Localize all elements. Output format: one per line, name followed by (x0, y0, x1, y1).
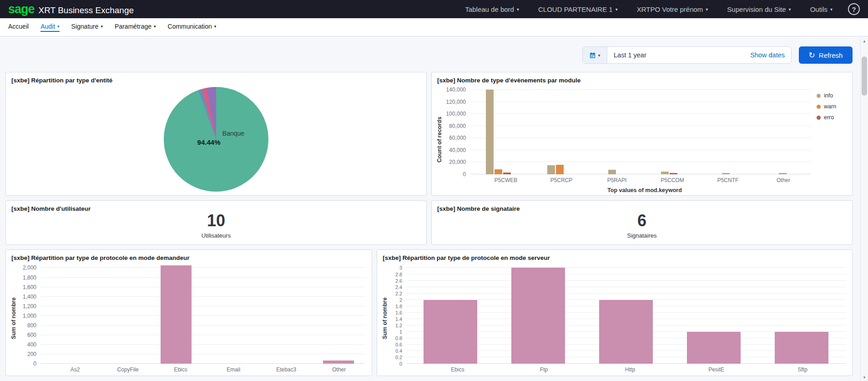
show-dates-button[interactable]: Show dates (744, 47, 791, 63)
panel-protocole-serveur: [sxbe] Répartition par type de protocole… (377, 249, 853, 376)
bar-p5cweb-warn[interactable] (495, 169, 502, 174)
product-title: XRT Business Exchange (39, 5, 134, 15)
nav-item-param-trage[interactable]: Paramétrage▾ (115, 23, 156, 32)
bar-other-info[interactable] (779, 173, 787, 174)
y-tick-label: 1 (399, 329, 402, 335)
y-tick-label: 2 (399, 297, 402, 303)
bar-group-http (582, 264, 670, 364)
refresh-button[interactable]: ↻ Refresh (799, 46, 853, 64)
y-tick-label: 0.8 (395, 335, 402, 341)
brand: sage XRT Business Exchange (8, 3, 134, 15)
y-tick-label: 0 (463, 171, 466, 178)
legend-label: info (824, 92, 833, 99)
chevron-down-icon: ▾ (214, 24, 217, 29)
topbar-menu-outils[interactable]: Outils▾ (810, 5, 833, 13)
dashboard-row-1: [sxbe] Répartition par type d'entité Ban… (5, 72, 853, 196)
x-tick-label: P5RAPI (589, 174, 645, 183)
y-tick-label: 0.6 (395, 342, 402, 347)
topbar-menu-tableau-de-bord[interactable]: Tableau de bord▾ (465, 5, 519, 13)
bar-p5crcp-warn[interactable] (556, 165, 564, 174)
legend-label: warn (824, 103, 836, 110)
scrollbar-thumb[interactable] (862, 56, 867, 96)
bar-group-p5rapi (584, 86, 641, 174)
legend-item-info[interactable]: info (817, 92, 848, 99)
bar-p5ccom-erro[interactable] (670, 173, 677, 174)
x-tick-label: Ftp (501, 364, 587, 373)
legend-item-warn[interactable]: warn (817, 103, 848, 110)
chart-body: 02004006008001,0001,2001,4001,6001,8002,… (19, 264, 365, 373)
nav-item-label: Audit (40, 23, 55, 30)
metric: 6 Signataires (432, 201, 852, 244)
bar-p5cweb-info[interactable] (486, 90, 494, 174)
help-button[interactable]: ? (848, 3, 860, 15)
y-tick-label: 1.4 (395, 316, 402, 322)
topbar-menu-supervision-du-site[interactable]: Supervision du Site▾ (727, 5, 791, 13)
quick-select-button[interactable]: ▾ (583, 47, 607, 63)
bar-group-as2 (40, 264, 95, 364)
nav-item-accueil[interactable]: Accueil (8, 23, 29, 32)
date-range-value[interactable]: Last 1 year (607, 47, 744, 63)
nav-item-label: Signature (71, 23, 99, 30)
panel-signers-count: [sxbe] Nombre de signataire 6 Signataire… (431, 200, 853, 245)
scrollbar-down-arrow[interactable]: ▼ (861, 374, 868, 381)
bar-http-nombre[interactable] (599, 300, 653, 364)
y-tick-label: 600 (27, 332, 36, 338)
chevron-down-icon: ▾ (154, 24, 156, 29)
bar-ebics-nombre[interactable] (161, 265, 192, 364)
x-axis: As2CopyFileEbicsEmailEtebac3Other (49, 364, 365, 373)
bar-p5cntf-info[interactable] (722, 173, 730, 174)
plot-area (40, 264, 365, 364)
bar-group-sftp (758, 264, 846, 364)
pie-slice-value: 94.44% (197, 138, 221, 146)
y-tick-label: 200 (27, 351, 36, 357)
topbar-menus: Tableau de bord▾CLOUD PARTENAIRE 1▾XRTPO… (465, 5, 833, 13)
dashboard-content: ▾ Last 1 year Show dates ↻ Refresh [sxbe… (0, 36, 868, 381)
bar-p5rapi-info[interactable] (608, 170, 616, 174)
metric-value: 6 (637, 213, 646, 229)
topbar-menu-cloud-partenaire-1[interactable]: CLOUD PARTENAIRE 1▾ (538, 5, 618, 13)
panel-protocole-demandeur: [sxbe] Répartition par type de protocole… (5, 249, 372, 376)
bar-other-nombre[interactable] (323, 361, 354, 364)
x-axis-title: Top values of mod.keyword (478, 183, 811, 193)
vertical-scrollbar[interactable]: ▲ ▼ (860, 37, 868, 381)
bar-p5cweb-erro[interactable] (503, 173, 511, 174)
x-tick-label: P5CCOM (645, 174, 700, 183)
bar-chart: Sum of nombre 00.20.40.60.811.21.41.61.8… (382, 264, 846, 373)
bar-group-etebac3 (257, 264, 311, 364)
scrollbar-up-arrow[interactable]: ▲ (861, 37, 868, 45)
y-axis-title: Count of records (436, 86, 444, 193)
y-tick-label: 2.2 (395, 291, 402, 296)
legend-item-erro[interactable]: erro (817, 114, 848, 121)
metric: 10 Utilisateurs (6, 201, 426, 244)
x-tick-label: P5CNTF (700, 174, 756, 183)
date-range-picker: ▾ Last 1 year Show dates (582, 46, 792, 64)
bar-ebics-nombre[interactable] (424, 300, 477, 364)
y-tick-label: 60,000 (449, 135, 466, 141)
panel-users-count: [sxbe] Nombre d'utilisateur 10 Utilisate… (5, 200, 427, 245)
plot-area (470, 86, 811, 174)
nav-item-audit[interactable]: Audit▾ (40, 23, 59, 32)
chevron-down-icon: ▾ (830, 7, 833, 12)
bar-sftp-nombre[interactable] (775, 332, 828, 364)
bar-p5crcp-info[interactable] (547, 165, 555, 174)
y-axis: 00.20.40.60.811.21.41.61.822.22.42.62.83 (390, 264, 406, 364)
bar-groups (406, 264, 846, 364)
y-tick-label: 0.4 (395, 348, 402, 354)
bar-p5ccom-info[interactable] (661, 172, 669, 174)
x-tick-label: As2 (49, 364, 101, 373)
topbar-menu-label: XRTPO Votre prénom (637, 5, 703, 13)
topbar-menu-xrtpo-votre-pr-nom[interactable]: XRTPO Votre prénom▾ (637, 5, 708, 13)
plot-area (406, 264, 846, 364)
y-tick-label: 2.4 (395, 284, 402, 290)
nav-item-signature[interactable]: Signature▾ (71, 23, 103, 32)
y-tick-label: 100,000 (446, 111, 466, 117)
y-tick-label: 2.6 (395, 278, 402, 284)
bar-ftp-nombre[interactable] (511, 268, 565, 364)
chevron-down-icon: ▾ (598, 53, 600, 58)
bar-pesite-nombre[interactable] (687, 332, 741, 364)
legend-dot (817, 105, 821, 109)
y-tick-label: 1,000 (23, 313, 36, 319)
pie-slice-label: Banque (222, 130, 244, 137)
nav-item-communication[interactable]: Communication▾ (168, 23, 217, 32)
y-tick-label: 0 (399, 361, 402, 366)
